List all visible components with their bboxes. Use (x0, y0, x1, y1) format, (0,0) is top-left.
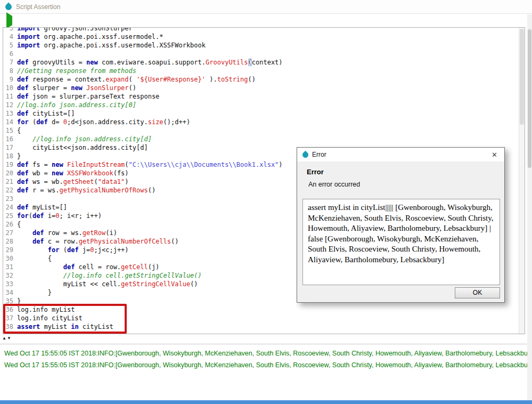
code-line: 7def groovyUtils = new com.eviware.soapu… (3, 58, 525, 67)
code-text: def cell = row.getCell(j) (17, 263, 159, 271)
line-number: 22 (3, 186, 17, 195)
code-text: def response = context.expand( '${User#R… (17, 75, 256, 84)
code-line: 13def cityList=[] (3, 109, 525, 118)
code-line: 14for (def d= 0;d<json.address.city.size… (3, 118, 525, 126)
line-number: 3 (3, 27, 17, 33)
code-text: def cityList=[] (17, 109, 75, 118)
line-number: 5 (3, 41, 17, 50)
code-line: 8//Getting response from methods (3, 67, 525, 75)
line-number: 9 (3, 75, 17, 84)
window-titlebar: Script Assertion (0, 0, 532, 14)
editor-scrollbar-thumb[interactable] (520, 29, 524, 125)
line-number: 24 (3, 203, 17, 212)
window-scrollbar-thumb[interactable] (528, 29, 531, 168)
line-number: 18 (3, 152, 17, 160)
line-number: 33 (3, 280, 17, 288)
code-line: 6 (3, 50, 525, 58)
bottom-scrollbar[interactable] (0, 400, 532, 404)
code-text: { (17, 126, 21, 135)
code-text: def groovyUtils = new com.eviware.soapui… (17, 58, 283, 67)
error-details-textarea[interactable]: assert myList in cityList||||| [Gwenboro… (302, 199, 500, 285)
line-number: 13 (3, 109, 17, 118)
code-text: def row = ws.getRow(i) (17, 229, 117, 237)
line-number: 21 (3, 177, 17, 186)
code-text: cityList<<json.address.city[d] (17, 143, 148, 152)
code-text: import groovy.json.JsonSlurper (17, 27, 133, 33)
line-number: 6 (3, 50, 17, 58)
code-text: def r = ws.getPhysicalNumberOfRows() (17, 186, 155, 195)
line-number: 16 (3, 135, 17, 143)
run-script-button[interactable] (5, 16, 14, 26)
log-entry: Wed Oct 17 15:55:05 IST 2018:INFO:[Gwenb… (4, 359, 523, 371)
code-text: //log.info json.address.city[0] (17, 101, 136, 109)
code-text: def wb = new XSSFWorkbook(fs) (17, 169, 129, 177)
code-text: //Getting response from methods (17, 67, 136, 75)
code-text: def fs = new FileInputStream("C:\\Users\… (17, 160, 283, 169)
code-text: { (17, 254, 52, 263)
line-number: 23 (3, 195, 17, 203)
script-assertion-window: { "window": { "title": "Script Assertion… (0, 0, 532, 404)
error-dialog-title: Error (312, 151, 326, 158)
line-number: 19 (3, 160, 17, 169)
code-line: 3import groovy.json.JsonSlurper (3, 27, 525, 33)
code-text: myList << cell.getStringCellValue() (17, 280, 198, 288)
log-entry: Wed Oct 17 15:55:05 IST 2018:INFO:[Gwenb… (4, 348, 523, 359)
line-number: 31 (3, 263, 17, 271)
code-text: } (17, 152, 21, 160)
line-number: 4 (3, 33, 17, 41)
code-line: 10def slurper = new JsonSlurper() (3, 84, 525, 92)
error-dialog-titlebar[interactable]: Error ✕ (297, 148, 504, 162)
window-title: Script Assertion (16, 3, 60, 11)
line-number: 28 (3, 237, 17, 246)
line-number: 29 (3, 246, 17, 254)
code-text: { (17, 220, 21, 229)
annotation-highlight-rect (3, 304, 127, 334)
code-text: def c = row.getPhysicalNumberOfCells() (17, 237, 178, 246)
error-dialog: Error ✕ Error An error occurred assert m… (297, 147, 505, 303)
error-heading: Error (307, 168, 495, 176)
soapui-dialog-icon (301, 150, 310, 159)
close-icon[interactable]: ✕ (488, 150, 501, 159)
code-text: //log.info cell.getStringCellValue() (17, 271, 202, 280)
editor-vertical-scrollbar[interactable] (519, 28, 525, 334)
error-dialog-header: Error An error occurred (297, 162, 504, 188)
code-text: for (def d= 0;d<json.address.city.size()… (17, 118, 190, 126)
code-text: import org.apache.poi.xssf.usermodel.XSS… (17, 41, 206, 50)
code-line: 5import org.apache.poi.xssf.usermodel.XS… (3, 41, 525, 50)
editor-log-splitter[interactable]: ▲▼ (0, 335, 532, 343)
code-line: 9def response = context.expand( '${User#… (3, 75, 525, 84)
line-number: 20 (3, 169, 17, 177)
line-number: 30 (3, 254, 17, 263)
line-number: 17 (3, 143, 17, 152)
play-icon (6, 12, 12, 29)
code-line: 16 //log.info json.address.city[d] (3, 135, 525, 143)
line-number: 27 (3, 229, 17, 237)
toolbar (0, 14, 532, 27)
line-number: 26 (3, 220, 17, 229)
code-text: def slurper = new JsonSlurper() (17, 84, 136, 92)
code-line: 15{ (3, 126, 525, 135)
line-number: 34 (3, 288, 17, 297)
code-text: def ws = wb.getSheet("data1") (17, 177, 129, 186)
line-number: 8 (3, 67, 17, 75)
ok-button[interactable]: OK (455, 287, 500, 298)
line-number: 25 (3, 212, 17, 220)
code-line: 12//log.info json.address.city[0] (3, 101, 525, 109)
code-text: def myList=[] (17, 203, 67, 212)
splitter-collapse-icon[interactable]: ▲▼ (2, 336, 12, 341)
line-number: 7 (3, 58, 17, 67)
window-vertical-scrollbar[interactable] (527, 14, 532, 400)
soapui-app-icon (4, 2, 13, 11)
code-text: for (def j=0;j<c;j++) (17, 246, 129, 254)
code-text: import org.apache.poi.xssf.usermodel.* (17, 33, 163, 41)
code-text: } (17, 288, 52, 297)
line-number: 15 (3, 126, 17, 135)
line-number: 14 (3, 118, 17, 126)
error-message: An error occurred (307, 181, 495, 188)
line-number: 12 (3, 101, 17, 109)
code-line: 4import org.apache.poi.xssf.usermodel.* (3, 33, 525, 41)
code-text: for(def i=0; i<r; i++) (17, 212, 102, 220)
log-panel[interactable]: Wed Oct 17 15:55:05 IST 2018:INFO:[Gwenb… (0, 344, 527, 400)
code-line: 11def json = slurper.parseText response (3, 92, 525, 101)
code-text: def json = slurper.parseText response (17, 92, 159, 101)
